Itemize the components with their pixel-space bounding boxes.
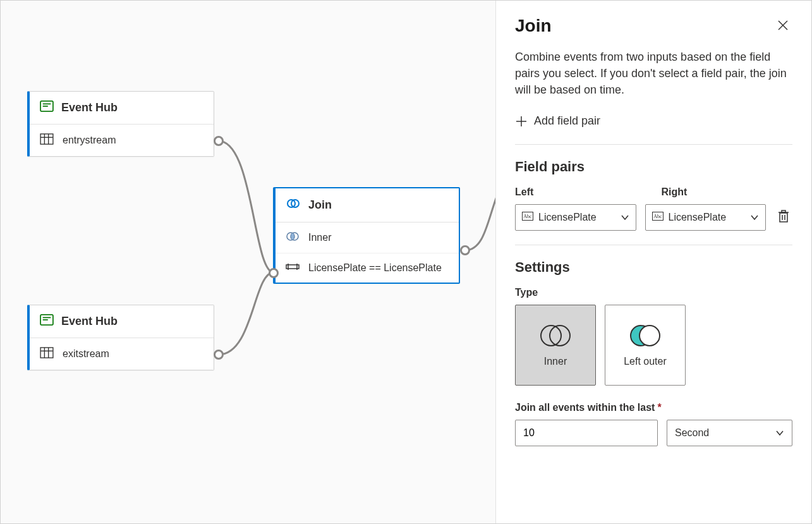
join-type-row: Inner	[276, 222, 459, 253]
svg-rect-34	[782, 210, 785, 212]
join-icon	[286, 197, 301, 213]
right-column-label: Right	[662, 186, 793, 198]
panel-description: Combine events from two inputs based on …	[515, 49, 792, 98]
panel-title: Join	[515, 16, 552, 36]
field-pairs-heading: Field pairs	[515, 159, 792, 175]
node-header: Event Hub	[30, 305, 214, 338]
output-port[interactable]	[214, 350, 224, 360]
node-event-hub-entry[interactable]: Event Hub entrystream	[27, 91, 214, 157]
add-field-pair-button[interactable]: Add field pair	[515, 112, 792, 130]
join-type-label: Inner	[308, 232, 331, 243]
required-asterisk: *	[657, 402, 661, 413]
time-window-label: Join all events within the last*	[515, 402, 792, 413]
diagram-canvas[interactable]: Event Hub entrystream Event Hub exitstre…	[1, 1, 497, 524]
abc-icon: Abc	[522, 212, 533, 223]
close-icon	[777, 20, 789, 31]
event-hub-icon	[40, 101, 54, 115]
join-type-left-outer-button[interactable]: Left outer	[605, 305, 686, 386]
field-icon	[286, 262, 300, 274]
table-icon	[40, 133, 54, 147]
time-unit-value: Second	[675, 427, 709, 439]
table-icon	[40, 347, 54, 361]
svg-rect-10	[40, 348, 53, 358]
node-event-hub-exit[interactable]: Event Hub exitstream	[27, 305, 214, 370]
node-join[interactable]: Join Inner LicensePlate == LicensePlate	[273, 187, 460, 284]
svg-rect-30	[780, 213, 787, 222]
venn-left-outer-icon	[626, 323, 664, 348]
join-condition-row: LicensePlate == LicensePlate	[276, 253, 459, 283]
join-type-selector: Inner Left outer	[515, 305, 792, 386]
node-title: Event Hub	[61, 315, 118, 328]
output-port[interactable]	[460, 245, 470, 255]
chevron-down-icon	[750, 213, 759, 222]
properties-panel: Join Combine events from two inputs base…	[495, 1, 811, 524]
type-label: Type	[515, 287, 792, 298]
venn-inner-icon	[536, 323, 574, 348]
join-condition: LicensePlate == LicensePlate	[308, 262, 442, 274]
left-field-dropdown[interactable]: Abc LicensePlate	[515, 204, 636, 231]
right-field-dropdown[interactable]: Abc LicensePlate	[645, 204, 767, 231]
close-button[interactable]	[773, 16, 792, 37]
node-title: Join	[308, 198, 332, 212]
output-port[interactable]	[214, 136, 224, 146]
left-column-label: Left	[515, 186, 646, 198]
node-title: Event Hub	[61, 101, 118, 114]
abc-icon: Abc	[652, 212, 664, 223]
node-detail-row: entrystream	[30, 125, 214, 156]
left-field-value: LicensePlate	[538, 212, 615, 223]
separator	[515, 144, 792, 145]
add-field-pair-label: Add field pair	[534, 114, 600, 128]
chevron-down-icon	[621, 213, 629, 222]
node-detail: exitstream	[63, 348, 109, 360]
time-value-input[interactable]	[515, 420, 658, 446]
join-type-inner-label: Inner	[544, 356, 567, 367]
svg-rect-3	[40, 134, 53, 144]
event-hub-icon	[40, 314, 54, 329]
node-detail: entrystream	[63, 135, 116, 146]
trash-icon	[777, 209, 790, 223]
svg-point-18	[291, 233, 294, 240]
node-header: Event Hub	[30, 92, 214, 125]
join-type-inner-button[interactable]: Inner	[515, 305, 596, 386]
settings-heading: Settings	[515, 259, 792, 276]
time-window-label-text: Join all events within the last	[515, 402, 655, 413]
delete-field-pair-button[interactable]	[775, 207, 792, 228]
time-unit-dropdown[interactable]: Second	[667, 420, 792, 446]
svg-point-35	[541, 326, 561, 346]
field-pair-row: Abc LicensePlate Abc LicensePlate	[515, 204, 792, 231]
venn-inner-icon	[286, 231, 300, 244]
svg-text:Abc: Abc	[523, 214, 532, 219]
svg-text:Abc: Abc	[653, 214, 662, 219]
input-port[interactable]	[269, 268, 279, 278]
svg-point-36	[550, 326, 570, 346]
plus-icon	[515, 115, 528, 128]
node-detail-row: exitstream	[30, 338, 214, 370]
node-header: Join	[276, 188, 459, 222]
separator	[515, 245, 792, 245]
svg-point-38	[639, 326, 660, 346]
join-type-left-outer-label: Left outer	[624, 356, 667, 367]
right-field-value: LicensePlate	[669, 212, 746, 223]
chevron-down-icon	[775, 429, 784, 437]
